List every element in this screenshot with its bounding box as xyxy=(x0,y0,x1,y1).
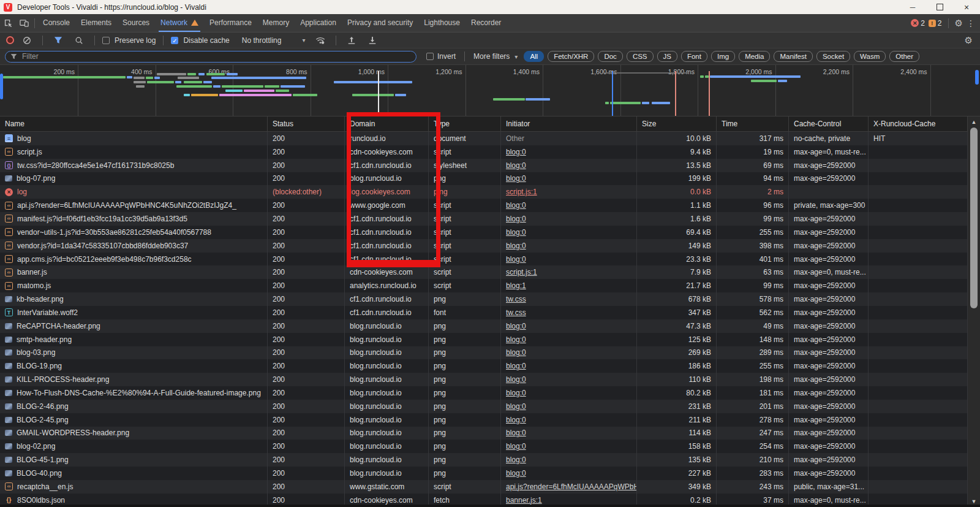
initiator-link[interactable]: blog:0 xyxy=(506,375,526,384)
table-row[interactable]: blog-02.png200blog.runcloud.iopngblog:01… xyxy=(0,440,968,453)
table-row[interactable]: ‹›vendor.js?id=1da347c58335107cbbd86fdde… xyxy=(0,239,968,253)
initiator-link[interactable]: banner.js:1 xyxy=(506,496,542,505)
initiator-link[interactable]: blog:0 xyxy=(506,416,526,424)
throttling-select[interactable]: No throttling xyxy=(242,36,282,45)
initiator-link[interactable]: script.js:1 xyxy=(506,268,537,276)
initiator-link[interactable]: blog:0 xyxy=(506,456,526,464)
initiator-link[interactable]: blog:0 xyxy=(506,215,526,223)
filter-pill-socket[interactable]: Socket xyxy=(816,51,850,62)
export-har-icon[interactable] xyxy=(364,32,380,48)
network-conditions-icon[interactable] xyxy=(312,32,328,48)
initiator-link[interactable]: blog:0 xyxy=(506,335,526,344)
tab-sources[interactable]: Sources xyxy=(117,14,155,32)
tab-recorder[interactable]: Recorder xyxy=(466,14,507,32)
table-row[interactable]: GMAIL-WORDPRESS-header.png200blog.runclo… xyxy=(0,427,968,440)
console-error-badge[interactable]: ✕ 2 xyxy=(911,19,925,28)
device-toolbar-icon[interactable] xyxy=(16,15,32,31)
table-row[interactable]: BLOG-2-45.png200blog.runcloud.iopngblog:… xyxy=(0,413,968,427)
initiator-link[interactable]: tw.css xyxy=(506,295,526,303)
table-row[interactable]: ‹›vendor~utils-1.js?id=30b553ae86281c25f… xyxy=(0,226,968,239)
filter-pill-media[interactable]: Media xyxy=(739,51,770,62)
table-row[interactable]: {}tw.css?id=280ffcca4e5e1e47cf161731b9c8… xyxy=(0,159,968,172)
initiator-link[interactable]: blog:0 xyxy=(506,469,526,478)
table-row[interactable]: ✕log(blocked:other)log.cookieyes.comping… xyxy=(0,185,968,199)
column-header-time[interactable]: Time xyxy=(717,116,789,131)
table-row[interactable]: kb-header.png200cf1.cdn.runcloud.iopngtw… xyxy=(0,292,968,306)
table-row[interactable]: ‹›script.js200cdn-cookieyes.comscriptblo… xyxy=(0,145,968,159)
tab-elements[interactable]: Elements xyxy=(75,14,117,32)
initiator-link[interactable]: api.js?render=6LfhMcIUAAAAAPqWPbH xyxy=(506,482,637,491)
initiator-link[interactable]: blog:0 xyxy=(506,322,526,330)
table-row[interactable]: blog-03.png200blog.runcloud.iopngblog:02… xyxy=(0,346,968,360)
table-row[interactable]: smtp-header.png200blog.runcloud.iopngblo… xyxy=(0,333,968,346)
filter-pill-img[interactable]: Img xyxy=(711,51,735,62)
table-row[interactable]: TInterVariable.woff2200cf1.cdn.runcloud.… xyxy=(0,306,968,319)
initiator-link[interactable]: blog:1 xyxy=(506,281,526,290)
filter-pill-other[interactable]: Other xyxy=(889,51,919,62)
initiator-link[interactable]: blog:0 xyxy=(506,348,526,357)
initiator-link[interactable]: blog:0 xyxy=(506,161,526,170)
kebab-menu-icon[interactable]: ⋮ xyxy=(967,18,975,28)
table-row[interactable]: ‹›manifest.js?id=f06df1eb3fcc19a1cc39d5a… xyxy=(0,212,968,226)
initiator-link[interactable]: blog:0 xyxy=(506,201,526,210)
table-row[interactable]: ‹›recaptcha__en.js200www.gstatic.comscri… xyxy=(0,480,968,494)
initiator-link[interactable]: tw.css xyxy=(506,308,526,317)
column-header-name[interactable]: Name xyxy=(0,116,268,131)
filter-input[interactable] xyxy=(21,51,411,61)
table-row[interactable]: ‹›api.js?render=6LfhMcIUAAAAAPqWPbHNC4K5… xyxy=(0,199,968,212)
invert-checkbox[interactable] xyxy=(426,53,434,60)
initiator-link[interactable]: blog:0 xyxy=(506,429,526,437)
more-filters-button[interactable]: More filters xyxy=(473,52,510,61)
initiator-link[interactable]: blog:0 xyxy=(506,402,526,411)
tab-application[interactable]: Application xyxy=(295,14,342,32)
minimize-button[interactable]: ─ xyxy=(899,0,926,14)
scrollbar-thumb[interactable] xyxy=(970,128,978,308)
initiator-link[interactable]: script.js:1 xyxy=(506,188,537,196)
tab-lighthouse[interactable]: Lighthouse xyxy=(418,14,466,32)
record-network-log-button[interactable] xyxy=(6,36,14,44)
initiator-link[interactable]: blog:0 xyxy=(506,389,526,397)
network-overview-timeline[interactable]: 200 ms400 ms600 ms800 ms1,000 ms1,200 ms… xyxy=(0,65,980,116)
filter-funnel-icon[interactable] xyxy=(50,32,66,48)
table-row[interactable]: BLOG-2-46.png200blog.runcloud.iopngblog:… xyxy=(0,400,968,413)
scroll-down-icon[interactable]: ▼ xyxy=(968,498,980,505)
filter-pill-doc[interactable]: Doc xyxy=(598,51,622,62)
network-settings-gear-icon[interactable]: ⚙ xyxy=(965,35,973,46)
table-row[interactable]: BLOG-19.png200blog.runcloud.iopngblog:01… xyxy=(0,359,968,373)
tab-performance[interactable]: Performance xyxy=(204,14,257,32)
inspect-element-icon[interactable] xyxy=(0,15,16,31)
filter-pill-js[interactable]: JS xyxy=(657,51,677,62)
search-icon[interactable] xyxy=(71,32,87,48)
table-row[interactable]: BLOG-45-1.png200blog.runcloud.iopngblog:… xyxy=(0,453,968,467)
initiator-link[interactable]: blog:0 xyxy=(506,255,526,264)
table-row[interactable]: BLOG-40.png200blog.runcloud.iopngblog:02… xyxy=(0,467,968,480)
tab-privacy-and-security[interactable]: Privacy and security xyxy=(342,14,418,32)
initiator-link[interactable]: blog:0 xyxy=(506,442,526,451)
table-row[interactable]: How-To-Flush-DNS-Cache-%E2%80%94-A-Full-… xyxy=(0,386,968,400)
tab-memory[interactable]: Memory xyxy=(257,14,295,32)
settings-gear-icon[interactable]: ⚙ xyxy=(955,18,963,29)
filter-pill-wasm[interactable]: Wasm xyxy=(854,51,886,62)
initiator-link[interactable]: blog:0 xyxy=(506,174,526,183)
preserve-log-checkbox[interactable] xyxy=(102,37,110,44)
clear-network-log-icon[interactable] xyxy=(19,32,35,48)
scroll-up-icon[interactable]: ▲ xyxy=(968,119,980,125)
filter-pill-font[interactable]: Font xyxy=(681,51,707,62)
filter-pill-manifest[interactable]: Manifest xyxy=(774,51,812,62)
tab-network[interactable]: Network! xyxy=(155,14,204,32)
column-header-size[interactable]: Size xyxy=(637,116,717,131)
table-row[interactable]: ‹›app.cms.js?id=bc05212eeeb9f3eb498c7b96… xyxy=(0,253,968,266)
close-button[interactable]: × xyxy=(953,0,980,14)
column-header-cache-control[interactable]: Cache-Control xyxy=(789,116,869,131)
console-warning-badge[interactable]: ! 2 xyxy=(929,19,942,28)
tab-console[interactable]: Console xyxy=(37,14,75,32)
table-row[interactable]: KILL-PROCESS-header.png200blog.runcloud.… xyxy=(0,373,968,386)
filter-pill-fetchxhr[interactable]: Fetch/XHR xyxy=(548,51,594,62)
column-header-x-runcloud-cache[interactable]: X-Runcloud-Cache xyxy=(869,116,968,131)
filter-pill-css[interactable]: CSS xyxy=(627,51,654,62)
column-header-status[interactable]: Status xyxy=(268,116,345,131)
initiator-link[interactable]: blog:0 xyxy=(506,148,526,156)
table-row[interactable]: ‹›matomo.js200analytics.runcloud.ioscrip… xyxy=(0,279,968,292)
filter-pill-all[interactable]: All xyxy=(524,51,544,62)
column-header-initiator[interactable]: Initiator xyxy=(501,116,637,131)
